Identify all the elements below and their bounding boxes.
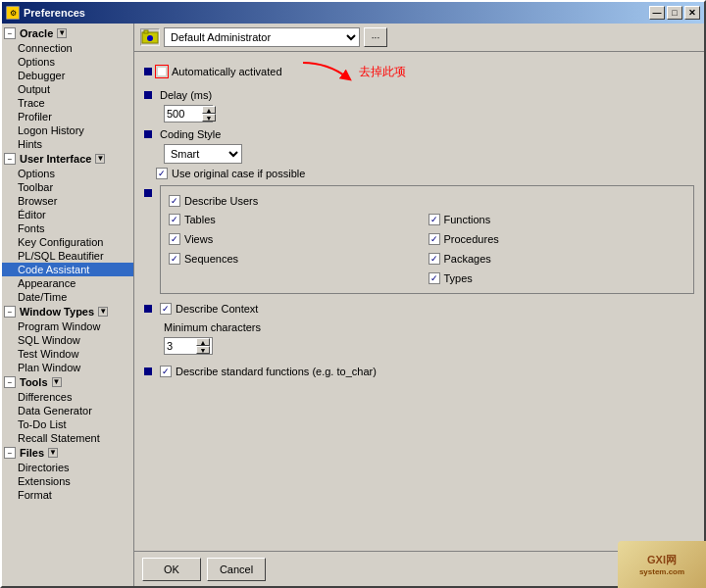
describe-context-row: Describe Context [160,303,258,315]
delay-input[interactable] [167,108,202,120]
min-chars-spinners: ▲ ▼ [196,338,210,354]
files-dropdown-arrow[interactable]: ▼ [48,448,58,458]
sidebar-item-output[interactable]: Output [2,82,133,96]
oracle-expand-btn[interactable]: − [4,27,16,39]
section-square-2 [144,91,152,99]
describe-sequences-checkbox[interactable] [169,253,180,265]
sidebar: − Oracle ▼ Connection Options Debugger O… [2,24,134,586]
delay-input-row: ▲ ▼ [164,105,694,122]
min-chars-spin-down[interactable]: ▼ [196,346,210,354]
sidebar-item-profiler[interactable]: Profiler [2,110,133,123]
section-square-3 [144,130,152,138]
describe-packages-checkbox[interactable] [429,253,440,265]
describe-standard-checkbox[interactable] [160,366,172,377]
oracle-dropdown-arrow[interactable]: ▼ [57,28,67,38]
sidebar-item-fonts[interactable]: Fonts [2,221,133,235]
auto-activated-section: Automatically activated 去掉此项 [144,58,694,85]
min-chars-label-row: Minimum characters [164,321,694,333]
use-original-case-label: Use original case if possible [172,168,305,179]
preferences-window: ⚙ Preferences — □ ✕ − Oracle ▼ Connectio… [0,0,706,588]
sidebar-item-connection[interactable]: Connection [2,41,133,55]
files-section-header: − Files ▼ [2,445,133,461]
sidebar-item-hints[interactable]: Hints [2,137,133,151]
sidebar-item-debugger[interactable]: Debugger [2,69,133,82]
sidebar-item-data-generator[interactable]: Data Generator [2,404,133,417]
sidebar-item-editor[interactable]: Éditor [2,208,133,221]
sidebar-item-differences[interactable]: Differences [2,390,133,404]
sidebar-item-recall-statement[interactable]: Recall Statement [2,431,133,445]
ok-button[interactable]: OK [142,558,201,581]
describe-types-checkbox[interactable] [429,272,440,284]
describe-views-checkbox[interactable] [169,233,180,245]
sidebar-item-toolbar[interactable]: Toolbar [2,180,133,194]
window-types-expand-btn[interactable]: − [4,306,16,318]
sidebar-item-sql-window[interactable]: SQL Window [2,333,133,347]
cancel-button[interactable]: Cancel [207,558,266,581]
svg-rect-1 [144,30,148,33]
tools-section-label: Tools [18,374,50,390]
coding-style-select[interactable]: Smart [164,144,242,164]
describe-users-checkbox[interactable] [169,195,180,207]
delay-input-container: ▲ ▼ [164,105,213,122]
window-title: Preferences [24,7,85,19]
close-button[interactable]: ✕ [684,6,700,20]
describe-procedures-label: Procedures [444,233,499,245]
sidebar-item-logon-history[interactable]: Logon History [2,123,133,137]
sidebar-item-datetime[interactable]: Date/Time [2,290,133,304]
delay-label: Delay (ms) [160,89,212,101]
sidebar-item-todo-list[interactable]: To-Do List [2,417,133,431]
sidebar-item-code-assistant[interactable]: Code Assistant [2,263,133,276]
sidebar-item-browser[interactable]: Browser [2,194,133,208]
admin-dropdown[interactable]: Default Administrator [164,27,360,47]
describe-packages-label: Packages [444,253,491,265]
sidebar-item-plan-window[interactable]: Plan Window [2,361,133,374]
window-types-dropdown-arrow[interactable]: ▼ [98,307,108,317]
use-original-case-checkbox[interactable] [156,168,168,179]
admin-icon [140,28,160,46]
describe-group-box: Describe Users Tables Functions [160,185,694,294]
tools-dropdown-arrow[interactable]: ▼ [52,377,62,387]
section-square-6 [144,368,152,375]
describe-functions-checkbox[interactable] [429,214,440,225]
sidebar-item-format[interactable]: Format [2,488,133,502]
sidebar-item-key-configuration[interactable]: Key Configuration [2,235,133,249]
window-types-section-label: Window Types [18,304,96,319]
auto-activated-checkbox[interactable] [156,66,168,77]
delay-spin-down[interactable]: ▼ [202,114,216,122]
sidebar-item-extensions[interactable]: Extensions [2,474,133,488]
delay-spin-up[interactable]: ▲ [202,106,216,114]
tools-expand-btn[interactable]: − [4,376,16,388]
admin-toolbar: Default Administrator ··· [134,24,704,52]
titlebar: ⚙ Preferences — □ ✕ [2,2,704,24]
sidebar-item-plsql-beautifier[interactable]: PL/SQL Beautifier [2,249,133,263]
use-original-case-row: Use original case if possible [156,168,694,179]
sidebar-item-appearance[interactable]: Appearance [2,276,133,290]
annotation-text: 去掉此项 [359,64,406,80]
describe-sequences-row: Sequences [169,253,427,265]
sidebar-item-program-window[interactable]: Program Window [2,319,133,333]
sidebar-item-options[interactable]: Options [2,55,133,69]
describe-section: Describe Users Tables Functions [144,185,694,294]
window-icon: ⚙ [6,6,20,20]
coding-style-row: Smart [164,144,694,164]
sidebar-item-test-window[interactable]: Test Window [2,347,133,361]
sidebar-item-directories[interactable]: Directories [2,461,133,474]
describe-context-checkbox[interactable] [160,303,172,315]
auto-activated-label: Automatically activated [172,66,282,77]
admin-extra-button[interactable]: ··· [364,27,387,47]
describe-procedures-checkbox[interactable] [429,233,440,245]
user-interface-expand-btn[interactable]: − [4,153,16,165]
tools-section-header: − Tools ▼ [2,374,133,390]
sidebar-item-trace[interactable]: Trace [2,96,133,110]
maximize-button[interactable]: □ [667,6,682,20]
describe-tables-checkbox[interactable] [169,214,180,225]
user-interface-dropdown-arrow[interactable]: ▼ [95,154,105,164]
describe-context-label: Describe Context [176,303,258,315]
files-expand-btn[interactable]: − [4,447,16,459]
gxi-sub-text: system.com [639,567,684,576]
minimize-button[interactable]: — [649,6,665,20]
min-chars-spin-up[interactable]: ▲ [196,338,210,346]
describe-users-row: Describe Users [169,195,685,207]
min-chars-input[interactable] [167,340,196,352]
sidebar-item-ui-options[interactable]: Options [2,167,133,180]
